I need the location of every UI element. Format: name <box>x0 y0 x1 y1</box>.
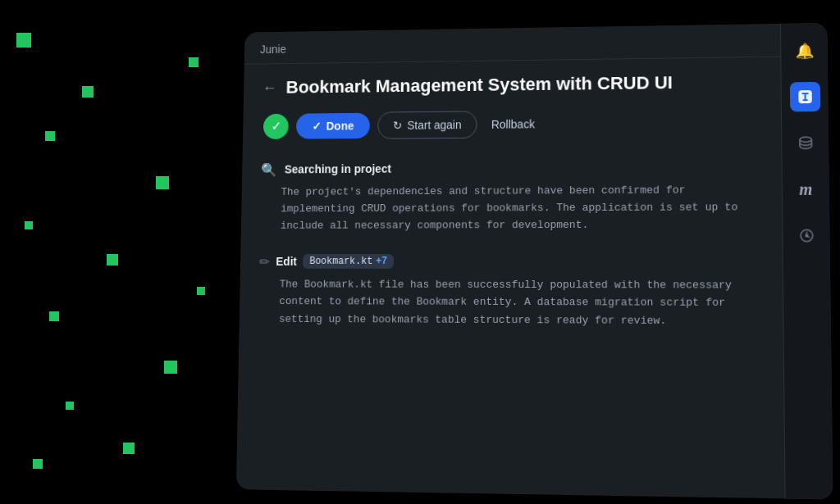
refresh-icon: ↻ <box>393 119 403 132</box>
sidebar-icon-plugin[interactable] <box>791 220 822 251</box>
page-title: Bookmark Management System with CRUD UI <box>285 71 673 98</box>
svg-point-3 <box>805 234 808 238</box>
junie-logo-icon <box>797 89 814 105</box>
start-again-button[interactable]: ↻ Start again <box>377 111 477 138</box>
log-item-edit: ✏ Edit Bookmark.kt +7 The Bookmark.kt fi… <box>258 254 763 330</box>
log-item-searching: 🔍 Searching in project The project's dep… <box>260 158 762 234</box>
right-sidebar: 🔔 m <box>780 23 833 499</box>
bell-icon: 🔔 <box>795 42 814 60</box>
plugin-icon <box>797 227 815 243</box>
sidebar-icon-m[interactable]: m <box>791 175 822 205</box>
check-icon: ✓ <box>271 119 281 134</box>
sidebar-icon-junie[interactable] <box>789 82 819 111</box>
title-row: ← Bookmark Management System with CRUD U… <box>262 70 760 98</box>
sidebar-icon-bell[interactable]: 🔔 <box>789 36 819 66</box>
filename: Bookmark.kt <box>309 256 372 267</box>
content-area: Junie ← Bookmark Management System with … <box>236 24 785 499</box>
search-icon: 🔍 <box>261 161 276 177</box>
status-check-circle: ✓ <box>263 113 289 138</box>
svg-point-1 <box>799 137 810 142</box>
log-body-searching: The project's dependencies and structure… <box>260 180 762 234</box>
main-panel: Junie ← Bookmark Management System with … <box>236 23 833 499</box>
sidebar-icon-database[interactable] <box>790 128 821 158</box>
database-icon <box>797 134 814 151</box>
done-button[interactable]: ✓ Done <box>296 112 370 138</box>
log-header-searching: 🔍 Searching in project <box>261 158 761 177</box>
log-body-edit: The Bookmark.kt file has been successful… <box>258 275 763 329</box>
m-icon: m <box>799 179 812 198</box>
actions-row: ✓ ✓ Done ↻ Start again Rollback <box>262 107 761 139</box>
log-header-edit: ✏ Edit Bookmark.kt +7 <box>259 254 762 270</box>
rollback-button[interactable]: Rollback <box>485 111 541 137</box>
app-title: Junie <box>260 43 286 56</box>
log-title-searching: Searching in project <box>285 162 391 175</box>
done-check-icon: ✓ <box>312 120 322 133</box>
page-content: ← Bookmark Management System with CRUD U… <box>236 57 785 499</box>
back-button[interactable]: ← <box>262 79 276 96</box>
file-badge: Bookmark.kt +7 <box>303 254 394 269</box>
edit-label: Edit <box>276 255 297 268</box>
edit-icon: ✏ <box>259 254 270 270</box>
extra-files-badge: +7 <box>376 256 387 267</box>
